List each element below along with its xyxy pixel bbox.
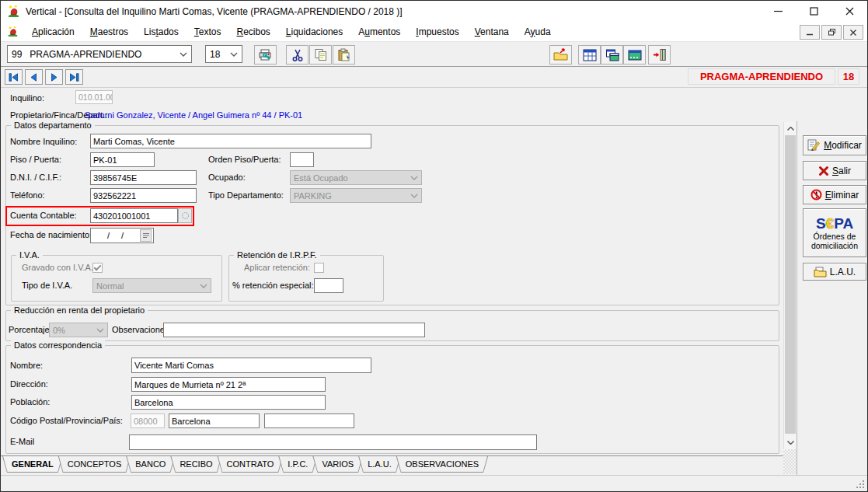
retencion-especial-label: % retención especial: (232, 281, 310, 290)
provincia-field[interactable]: Barcelona (169, 413, 260, 428)
next-record-button[interactable] (45, 69, 63, 85)
tab-label: VARIOS (312, 456, 363, 469)
fecha-nacimiento-label: Fecha de nacimiento: (10, 230, 92, 239)
email-field[interactable] (129, 434, 537, 450)
lookup-circle-icon (181, 211, 190, 220)
panel-view-icon (628, 49, 642, 61)
tab-contrato[interactable]: CONTRATO (218, 456, 284, 473)
active-year-value: 18 (843, 71, 854, 82)
fecha-nacimiento-calendar-button[interactable] (140, 229, 152, 242)
aplicar-retencion-checkbox (314, 263, 324, 273)
cut-button[interactable] (286, 45, 309, 65)
open-folder-button[interactable] (549, 45, 572, 65)
maximize-button[interactable] (796, 1, 831, 22)
company-code: 99 (12, 49, 22, 60)
record-header: Inquilino: 010.01.001 Propietario/Finca/… (1, 88, 867, 121)
tab-label: RECIBO (170, 456, 221, 469)
tab-label: CONCEPTOS (58, 456, 131, 469)
toolbar: 99 PRAGMA-APRENDIENDO 18 (1, 41, 867, 67)
menu-aplicacion[interactable]: Aplicación (24, 23, 82, 40)
eliminar-button[interactable]: Eliminar (803, 185, 866, 204)
tab-varios[interactable]: VARIOS (312, 456, 363, 473)
company-name: PRAGMA-APRENDIENDO (30, 49, 141, 60)
cuenta-contable-value: 430201001001 (93, 211, 150, 221)
resize-grip-icon[interactable] (855, 479, 865, 489)
tab-banco[interactable]: BANCO (126, 456, 175, 473)
printer-setup-button[interactable] (254, 45, 277, 65)
menu-impuestos[interactable]: Impuestos (408, 23, 466, 40)
cuenta-contable-field[interactable]: 430201001001 (90, 208, 178, 223)
modificar-button[interactable]: Modificar (803, 135, 866, 155)
nombre-inquilino-field[interactable]: Marti Comas, Vicente (90, 134, 371, 148)
year-select[interactable]: 18 (205, 45, 242, 63)
orden-piso-puerta-field[interactable] (290, 152, 314, 167)
mdi-window-controls (800, 25, 863, 40)
table-view-button[interactable] (578, 45, 601, 65)
cuenta-contable-lookup-button[interactable] (178, 208, 192, 223)
poblacion-field[interactable]: Barcelona (131, 395, 326, 410)
pais-field[interactable] (264, 413, 354, 428)
paste-button[interactable] (333, 45, 355, 65)
menu-liquidaciones[interactable]: Liquidaciones (278, 23, 350, 40)
last-record-button[interactable] (65, 69, 83, 85)
sepa-line2: domiciliación (811, 241, 858, 250)
menu-ventana[interactable]: Ventana (467, 23, 517, 40)
cascade-windows-button[interactable] (601, 45, 623, 65)
minimize-button[interactable] (760, 1, 796, 22)
scrollbar-thumb[interactable] (785, 135, 796, 434)
maximize-icon (810, 7, 818, 16)
salir-button[interactable]: Salir (803, 161, 866, 180)
tab-label: I.P.C. (278, 456, 317, 469)
exit-button[interactable] (648, 45, 671, 65)
menu-aumentos[interactable]: Aumentos (350, 23, 408, 40)
mdi-close-button[interactable] (843, 25, 863, 40)
piso-puerta-field[interactable]: PK-01 (90, 152, 155, 167)
tipo-iva-value: Normal (96, 281, 124, 291)
menu-maestros[interactable]: Maestros (82, 23, 136, 40)
vertical-scrollbar[interactable] (783, 122, 797, 449)
chevron-down-icon (410, 176, 418, 180)
close-button[interactable] (831, 1, 867, 22)
ocupado-label: Ocupado: (208, 173, 246, 182)
nombre-inquilino-label: Nombre Inquilino: (10, 137, 77, 146)
retencion-especial-field[interactable] (314, 278, 343, 293)
lau-button[interactable]: L.A.U. (803, 263, 866, 281)
porcentaje-value: 0% (53, 326, 65, 335)
direccion-label: Dirección: (10, 379, 48, 389)
menu-ayuda[interactable]: Ayuda (517, 23, 559, 40)
observaciones-field[interactable] (163, 323, 425, 337)
nombre-inquilino-value: Marti Comas, Vicente (93, 137, 175, 146)
printer-setup-icon (258, 48, 273, 62)
tab-general[interactable]: GENERAL (2, 456, 63, 473)
eliminar-label: Eliminar (825, 190, 859, 201)
menu-recibos[interactable]: Recibos (228, 23, 277, 40)
tab-observaciones[interactable]: OBSERVACIONES (396, 456, 488, 473)
previous-record-button[interactable] (25, 69, 43, 85)
dni-cif-field[interactable]: 39856745E (90, 170, 197, 185)
panel-view-button[interactable] (623, 45, 646, 65)
sepa-button[interactable]: S€PA Órdenes de domiciliación (803, 208, 866, 257)
title-bar: Vertical - [Consulta del Inquilino Marti… (1, 1, 867, 22)
tab-lau[interactable]: L.A.U. (358, 456, 401, 473)
menu-textos[interactable]: Textos (186, 23, 229, 40)
telefono-field[interactable]: 932562221 (90, 188, 197, 203)
menu-listados[interactable]: Listados (136, 23, 186, 40)
tab-conceptos[interactable]: CONCEPTOS (58, 456, 131, 473)
chevron-down-icon (200, 284, 207, 288)
scroll-down-button[interactable] (784, 436, 797, 448)
direccion-field[interactable]: Marques de Murrieta nº 21 2ª (131, 377, 326, 392)
tab-ipc[interactable]: I.P.C. (278, 456, 317, 473)
modificar-label: Modificar (824, 140, 862, 151)
exit-door-icon (653, 48, 667, 61)
ocupado-value: Está Ocupado (294, 173, 348, 183)
mdi-minimize-button[interactable] (800, 25, 820, 40)
scroll-up-button[interactable] (784, 122, 797, 134)
correspondencia-nombre-field[interactable]: Vicente Marti Comas (131, 358, 371, 373)
copy-button[interactable] (309, 45, 332, 65)
company-select[interactable]: 99 PRAGMA-APRENDIENDO (7, 45, 192, 63)
tab-recibo[interactable]: RECIBO (170, 456, 221, 473)
first-record-button[interactable] (5, 69, 23, 85)
mdi-restore-button[interactable] (821, 25, 842, 40)
tipo-departamento-value: PARKING (294, 191, 332, 201)
sepa-logo: S€PA (816, 216, 853, 232)
